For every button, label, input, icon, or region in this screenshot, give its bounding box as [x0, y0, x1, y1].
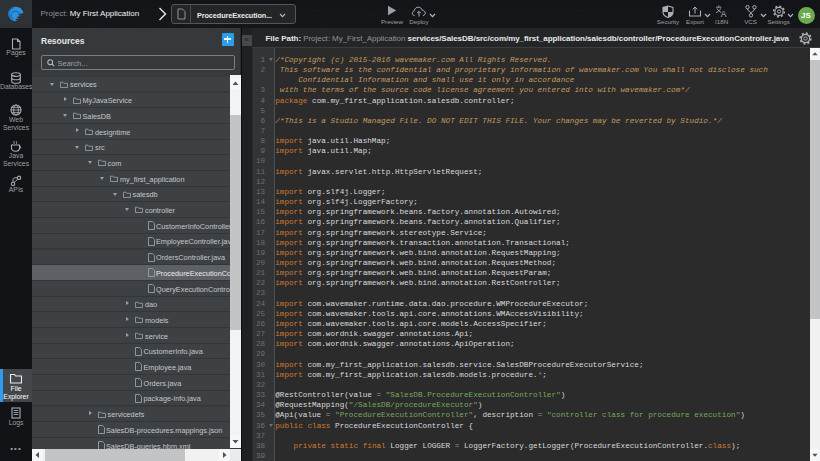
svg-text:A: A [720, 8, 726, 17]
